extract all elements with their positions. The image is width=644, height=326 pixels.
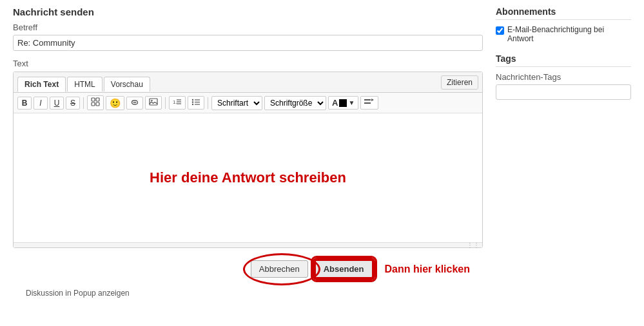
action-bar: Abbrechen Absenden Dann hier klicken [13,252,483,286]
dann-hint: Dann hier klicken [385,264,471,275]
tags-title: Tags [496,53,631,67]
special-chars-button[interactable] [87,95,104,110]
tags-section: Tags Nachrichten-Tags [496,53,631,100]
resize-dots-icon: ⋮⋮ [467,242,480,249]
link-button[interactable] [126,97,143,110]
absenden-button[interactable]: Absenden [315,260,373,278]
underline-button[interactable]: U [50,97,64,110]
nachrichten-tags-input[interactable] [496,84,631,100]
more-options-button[interactable] [360,96,378,110]
betreff-input[interactable] [13,35,483,51]
svg-rect-0 [92,98,95,101]
diskussion-link[interactable]: Diskussion in Popup anzeigen [26,289,130,298]
ordered-list-button[interactable]: 1. [169,96,186,110]
svg-point-11 [192,101,193,102]
betreff-label: Betreff [13,23,483,32]
toolbar: B I U S 🙂 [14,93,482,113]
svg-point-10 [192,99,193,101]
svg-text:1.: 1. [173,99,177,105]
image-button[interactable] [145,96,162,110]
svg-rect-2 [92,102,95,106]
svg-rect-16 [364,99,371,101]
font-family-select[interactable]: Schriftart [211,96,262,110]
svg-point-5 [151,100,152,101]
section-title: Nachricht senden [13,6,483,17]
toolbar-sep-3 [208,97,208,109]
abbrechen-button[interactable]: Abbrechen [251,260,308,278]
toolbar-sep-1 [83,97,84,109]
sidebar: Abonnements E-Mail-Benachrichtigung bei … [496,6,631,304]
abonnements-title: Abonnements [496,6,631,20]
buttons-wrapper: Abbrechen Absenden [251,260,373,278]
svg-point-12 [192,104,193,105]
italic-button[interactable]: I [34,97,48,110]
toolbar-sep-2 [165,97,166,109]
font-color-button[interactable]: A ▼ [328,96,358,110]
svg-rect-4 [150,99,157,105]
emoji-button[interactable]: 🙂 [106,96,124,110]
nachrichten-tags-label: Nachrichten-Tags [496,72,631,82]
tab-vorschau[interactable]: Vorschau [104,77,150,91]
strikethrough-button[interactable]: S [66,97,80,110]
abonnements-section: Abonnements E-Mail-Benachrichtigung bei … [496,6,631,43]
tab-bar: Rich Text HTML Vorschau Zitieren [14,72,482,93]
font-size-select[interactable]: Schriftgröße [264,96,326,110]
editor-area[interactable]: Hier deine Antwort schreiben [14,113,482,242]
bold-button[interactable]: B [17,97,32,110]
svg-rect-1 [96,98,99,101]
editor-placeholder: Hier deine Antwort schreiben [150,169,346,186]
tab-rich-text[interactable]: Rich Text [17,77,66,92]
email-notification-checkbox[interactable] [496,26,504,35]
zitieren-button[interactable]: Zitieren [441,75,478,90]
text-label: Text [13,59,483,68]
editor-wrapper: Rich Text HTML Vorschau Zitieren B I U S [13,72,483,248]
svg-rect-3 [96,102,99,106]
editor-resize-handle[interactable]: ⋮⋮ [14,242,482,247]
tab-html[interactable]: HTML [67,77,102,91]
unordered-list-button[interactable] [188,96,204,110]
email-notification-text: E-Mail-Benachrichtigung bei Antwort [507,25,631,43]
email-notification-label[interactable]: E-Mail-Benachrichtigung bei Antwort [496,25,631,43]
svg-rect-17 [364,102,371,104]
